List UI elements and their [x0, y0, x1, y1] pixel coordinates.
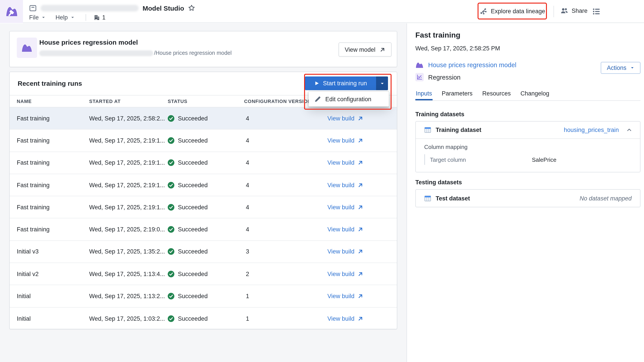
view-build-link[interactable]: View build — [327, 137, 363, 144]
tab-parameters[interactable]: Parameters — [442, 90, 473, 100]
column-mapping-label: Column mapping — [424, 144, 468, 150]
run-status-cell: Succeeded — [168, 293, 208, 299]
run-version-cell: 4 — [246, 137, 249, 144]
view-build-link[interactable]: View build — [327, 182, 363, 188]
view-model-button[interactable]: View model — [338, 42, 391, 57]
table-row[interactable]: Fast training Wed, Sep 17, 2025, 2:19:0.… — [10, 219, 397, 241]
run-name-cell: Initial — [17, 293, 31, 299]
view-build-link[interactable]: View build — [327, 271, 363, 277]
success-check-icon — [168, 159, 174, 166]
caret-down-icon — [380, 81, 384, 86]
tab-inputs[interactable]: Inputs — [415, 90, 432, 100]
table-row[interactable]: Fast training Wed, Sep 17, 2025, 2:19:1.… — [10, 196, 397, 219]
arrow-top-right-icon — [358, 271, 363, 277]
start-training-run-caret-button[interactable] — [376, 76, 388, 90]
menu-bar: File Help 1 — [29, 13, 106, 22]
view-build-link[interactable]: View build — [327, 315, 363, 322]
branch-selector[interactable]: 1 — [93, 14, 106, 21]
run-status-cell: Succeeded — [168, 204, 208, 211]
share-button[interactable]: Share — [560, 7, 588, 15]
model-summary-card: House prices regression model /House pri… — [9, 31, 397, 67]
share-label: Share — [572, 8, 588, 14]
model-studio-app: Model Studio File Help — [0, 0, 644, 362]
run-status-text: Succeeded — [178, 182, 208, 188]
run-version-cell: 4 — [246, 115, 249, 122]
model-link[interactable]: House prices regression model — [428, 61, 516, 69]
test-dataset-card: Test dataset No dataset mapped — [415, 189, 640, 207]
recent-training-runs-title: Recent training runs — [18, 72, 82, 95]
run-version-cell: 2 — [246, 271, 249, 277]
run-name-cell: Fast training — [17, 159, 50, 166]
arrow-top-right-icon — [358, 138, 363, 143]
table-row[interactable]: Fast training Wed, Sep 17, 2025, 2:19:1.… — [10, 174, 397, 197]
target-column-label: Target column — [430, 156, 466, 163]
top-header: Model Studio File Help — [0, 0, 644, 23]
training-datasets-heading: Training datasets — [415, 111, 464, 118]
run-version-cell: 4 — [246, 182, 249, 188]
favorite-star-icon[interactable] — [188, 5, 195, 12]
run-status-cell: Succeeded — [168, 159, 208, 166]
testing-datasets-heading: Testing datasets — [415, 179, 462, 186]
main-content: House prices regression model /House pri… — [0, 24, 407, 362]
help-menu[interactable]: Help — [56, 14, 74, 21]
view-build-link[interactable]: View build — [327, 248, 363, 255]
arrow-top-right-icon — [358, 160, 363, 165]
building-icon — [93, 14, 100, 21]
properties-list-button[interactable] — [592, 8, 600, 16]
view-build-link[interactable]: View build — [327, 204, 363, 211]
view-build-label: View build — [327, 137, 354, 144]
table-icon — [424, 126, 431, 133]
run-name-cell: Fast training — [17, 204, 50, 211]
view-build-label: View build — [327, 182, 354, 188]
model-link-row: House prices regression model — [415, 61, 516, 69]
run-status-text: Succeeded — [178, 204, 208, 211]
run-details-panel: Fast training Wed, Sep 17, 2025, 2:58:25… — [408, 24, 644, 362]
view-build-link[interactable]: View build — [327, 226, 363, 233]
chevron-down-icon — [70, 15, 74, 19]
page-title: Model Studio — [142, 4, 184, 12]
file-menu[interactable]: File — [29, 14, 46, 21]
run-timestamp: Wed, Sep 17, 2025, 2:58:25 PM — [415, 45, 500, 52]
run-status-text: Succeeded — [178, 159, 208, 166]
target-column-value: SalePrice — [532, 156, 556, 163]
table-row[interactable]: Initial Wed, Sep 17, 2025, 1:03:2... Suc… — [10, 307, 397, 330]
table-row[interactable]: Initial v2 Wed, Sep 17, 2025, 1:13:4... … — [10, 263, 397, 285]
table-row[interactable]: Fast training Wed, Sep 17, 2025, 2:19:1.… — [10, 130, 397, 152]
tab-resources[interactable]: Resources — [482, 90, 511, 100]
test-dataset-label: Test dataset — [436, 195, 470, 202]
table-row[interactable]: Fast training Wed, Sep 17, 2025, 2:19:1.… — [10, 152, 397, 174]
view-build-link[interactable]: View build — [327, 159, 363, 166]
table-row[interactable]: Fast training Wed, Sep 17, 2025, 2:58:2.… — [10, 107, 397, 130]
table-row[interactable]: Initial v3 Wed, Sep 17, 2025, 1:35:2... … — [10, 241, 397, 263]
table-row[interactable]: Initial Wed, Sep 17, 2025, 1:13:2... Suc… — [10, 285, 397, 308]
run-started-at-cell: Wed, Sep 17, 2025, 2:58:2... — [89, 115, 165, 122]
column-header-status: STATUS — [168, 95, 187, 107]
start-training-run-button[interactable]: Start training run — [305, 76, 376, 90]
caret-down-icon — [630, 66, 634, 70]
run-started-at-cell: Wed, Sep 17, 2025, 2:19:1... — [89, 204, 165, 211]
column-header-name: NAME — [17, 95, 32, 107]
edit-configuration-item[interactable]: Edit configuration — [325, 96, 372, 102]
arrow-top-right-icon — [358, 293, 363, 299]
run-status-text: Succeeded — [178, 293, 208, 299]
tab-changelog[interactable]: Changelog — [520, 90, 550, 100]
chevron-up-icon[interactable] — [626, 127, 632, 133]
training-dataset-card: Training dataset housing_prices_train Co… — [415, 121, 640, 172]
start-training-run-label: Start training run — [323, 80, 367, 87]
view-build-label: View build — [327, 226, 354, 233]
run-version-cell: 1 — [246, 315, 249, 322]
arrow-top-right-icon — [358, 249, 363, 255]
run-name-cell: Fast training — [17, 137, 50, 144]
training-dataset-link[interactable]: housing_prices_train — [564, 127, 619, 133]
actions-button[interactable]: Actions — [601, 62, 640, 74]
view-build-link[interactable]: View build — [327, 293, 363, 299]
view-build-link[interactable]: View build — [327, 115, 363, 122]
view-build-label: View build — [327, 271, 354, 277]
run-status-cell: Succeeded — [168, 248, 208, 255]
run-started-at-cell: Wed, Sep 17, 2025, 1:13:2... — [89, 293, 165, 299]
run-started-at-cell: Wed, Sep 17, 2025, 1:35:2... — [89, 248, 165, 255]
success-check-icon — [168, 182, 174, 188]
explore-data-lineage-button[interactable]: Explore data lineage — [478, 3, 547, 20]
model-studio-logo-icon — [5, 5, 18, 18]
app-logo[interactable] — [0, 0, 23, 23]
